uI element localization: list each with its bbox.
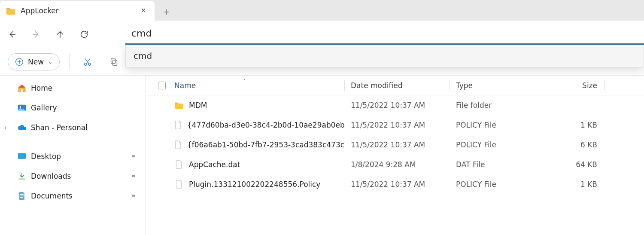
file-size: 6 KB [548, 140, 604, 149]
file-name: {477d60ba-d3e0-38c4-2b0d-10ae29ab0eb1... [187, 121, 344, 129]
main-split: Home Gallery › Shan - Personal Desktop [0, 76, 644, 235]
sidebar-item-home[interactable]: Home [0, 78, 146, 98]
downloads-icon [17, 172, 27, 180]
onedrive-icon [17, 123, 27, 132]
forward-button[interactable] [24, 22, 48, 46]
sidebar-item-label: Documents [31, 192, 73, 200]
sort-indicator-icon: ˄ [243, 79, 246, 85]
up-button[interactable] [48, 22, 72, 46]
file-type: File folder [456, 101, 542, 110]
pin-icon[interactable] [130, 152, 136, 161]
column-separator [542, 80, 542, 91]
spacer [450, 179, 450, 190]
folder-icon [6, 7, 15, 15]
sidebar-item-label: Home [31, 84, 52, 92]
file-row[interactable]: MDM11/5/2022 10:37 AMFile folder [146, 95, 644, 115]
file-date: 1/8/2024 9:28 AM [351, 160, 450, 169]
spacer [344, 159, 345, 170]
new-tab-button[interactable] [158, 3, 175, 21]
navigation-toolbar: cmd [0, 21, 644, 48]
copy-button[interactable] [106, 53, 123, 70]
divider [69, 54, 70, 70]
column-separator [604, 80, 605, 91]
spacer [450, 139, 450, 150]
spacer [542, 100, 542, 111]
spacer [344, 119, 345, 131]
file-list-pane: Name ˄ Date modified Type Size MDM11/5/2… [146, 76, 644, 235]
close-tab-icon[interactable]: ✕ [138, 6, 149, 16]
spacer [344, 179, 345, 190]
column-header-label: Type [456, 81, 473, 90]
spacer [450, 159, 450, 170]
address-suggestion-dropdown: cmd [125, 45, 644, 67]
file-name: AppCache.dat [189, 160, 240, 169]
svg-point-6 [20, 106, 21, 108]
file-row[interactable]: {477d60ba-d3e0-38c4-2b0d-10ae29ab0eb1...… [146, 115, 644, 135]
address-bar-input[interactable] [125, 23, 644, 45]
cut-button[interactable] [79, 53, 96, 70]
file-name-cell: {477d60ba-d3e0-38c4-2b0d-10ae29ab0eb1... [174, 120, 344, 130]
documents-icon [17, 192, 27, 200]
file-name: {f06a6ab1-50bd-7fb7-2953-3cad383c473c}..… [187, 140, 344, 149]
back-button[interactable] [0, 22, 24, 46]
pin-icon[interactable] [130, 192, 136, 200]
folder-icon [174, 101, 184, 110]
spacer [344, 139, 345, 150]
new-button-label: New [28, 58, 44, 66]
file-date: 11/5/2022 10:37 AM [351, 101, 450, 110]
new-button[interactable]: New ⌄ [8, 53, 60, 70]
sidebar-item-documents[interactable]: Documents [0, 186, 146, 206]
spacer [542, 119, 542, 131]
spacer [450, 119, 450, 131]
refresh-button[interactable] [72, 22, 96, 46]
sidebar-item-downloads[interactable]: Downloads [0, 166, 146, 186]
column-header-label: Date modified [351, 81, 402, 90]
file-icon [174, 180, 184, 189]
sidebar-item-label: Gallery [31, 104, 57, 112]
sidebar-separator [7, 142, 139, 142]
address-suggestion-item[interactable]: cmd [126, 45, 644, 67]
column-header-label: Size [582, 81, 597, 90]
tab-title: AppLocker [21, 6, 133, 15]
sidebar-item-gallery[interactable]: Gallery [0, 98, 146, 118]
file-row[interactable]: {f06a6ab1-50bd-7fb7-2953-3cad383c473c}..… [146, 135, 644, 155]
svg-rect-7 [18, 153, 26, 159]
column-separator [344, 80, 345, 91]
file-type: POLICY File [456, 121, 542, 129]
file-size: 1 KB [548, 180, 604, 189]
file-name: MDM [189, 101, 207, 110]
sidebar-item-label: Shan - Personal [31, 123, 88, 132]
tab-applocker[interactable]: AppLocker ✕ [0, 1, 155, 21]
column-header-type[interactable]: Type [456, 81, 542, 90]
tab-bar: AppLocker ✕ [0, 0, 644, 21]
column-header-name[interactable]: Name ˄ [174, 81, 344, 90]
file-row[interactable]: AppCache.dat1/8/2024 9:28 AMDAT File64 K… [146, 155, 644, 174]
pin-icon[interactable] [130, 172, 136, 180]
chevron-right-icon: › [4, 124, 7, 131]
file-icon [174, 120, 182, 130]
desktop-icon [17, 152, 27, 161]
sidebar-item-desktop[interactable]: Desktop [0, 146, 146, 166]
spacer [542, 139, 542, 150]
file-size: 64 KB [548, 160, 604, 169]
file-name-cell: AppCache.dat [174, 160, 344, 169]
file-type: POLICY File [456, 180, 542, 189]
sidebar-item-onedrive[interactable]: › Shan - Personal [0, 118, 146, 137]
sidebar-item-label: Desktop [31, 152, 61, 161]
address-bar-container: cmd [125, 23, 644, 45]
column-separator [450, 80, 450, 91]
file-row[interactable]: Plugin.133121002202248556.Policy11/5/202… [146, 174, 644, 194]
select-all-checkbox[interactable] [158, 82, 174, 89]
file-date: 11/5/2022 10:37 AM [351, 180, 450, 189]
spacer [542, 179, 542, 190]
svg-rect-3 [112, 60, 117, 65]
file-name-cell: Plugin.133121002202248556.Policy [174, 180, 344, 189]
file-name-cell: MDM [174, 101, 344, 110]
gallery-icon [17, 104, 27, 112]
column-header-label: Name [174, 81, 196, 90]
file-date: 11/5/2022 10:37 AM [351, 140, 450, 149]
file-icon [174, 140, 182, 150]
column-header-size[interactable]: Size [548, 81, 604, 90]
file-icon [174, 160, 184, 169]
column-header-date[interactable]: Date modified [351, 81, 450, 90]
